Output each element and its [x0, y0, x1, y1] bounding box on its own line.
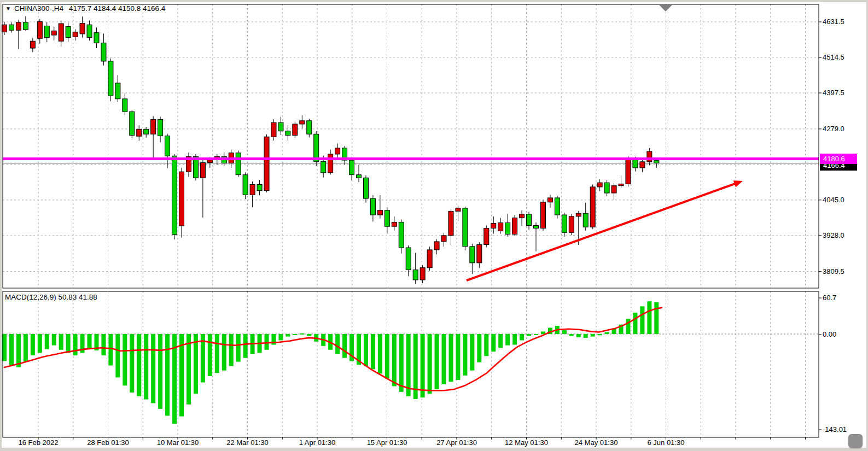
- time-axis-label: 22 Mar 01:30: [226, 438, 269, 447]
- symbol-period-label: CHINA300-,H4: [14, 4, 63, 13]
- price-axis-label: 4514.5: [823, 53, 844, 61]
- time-axis-label: 15 Apr 01:30: [367, 438, 407, 447]
- time-axis-label: 24 May 01:30: [575, 438, 618, 447]
- price-axis-label: 4279.0: [823, 125, 844, 133]
- macd-name: MACD(12,26,9): [5, 293, 56, 301]
- time-axis-label: 12 May 01:30: [505, 438, 548, 447]
- resistance-price-badge: 4180.6: [820, 154, 857, 164]
- time-axis-label: 6 Jun 01:30: [648, 438, 685, 447]
- scroll-handle[interactable]: [848, 434, 863, 448]
- time-axis-label: 28 Feb 01:30: [87, 438, 129, 447]
- chart-title: ▼CHINA300-,H44175.7 4184.4 4150.8 4166.4: [5, 4, 165, 13]
- ohlc-values: 4175.7 4184.4 4150.8 4166.4: [69, 4, 165, 13]
- time-axis-label: 27 Apr 01:30: [436, 438, 477, 447]
- price-axis-label: 4631.5: [823, 17, 844, 26]
- time-axis-label: 1 Apr 01:30: [299, 438, 336, 447]
- macd-values: 50.83 41.88: [59, 293, 97, 301]
- price-axis-label: 4045.0: [823, 196, 844, 204]
- price-axis-label: 4397.5: [823, 89, 844, 97]
- time-axis-label: 10 Mar 01:30: [157, 438, 199, 447]
- symbol-dropdown-icon[interactable]: ▼: [5, 5, 11, 11]
- trading-terminal-window: { "header": { "symbol_period": "CHINA300…: [0, 0, 868, 451]
- chart-canvas[interactable]: [0, 0, 868, 451]
- macd-axis-label: 60.7: [823, 294, 836, 302]
- macd-axis-label: -143.01: [823, 425, 847, 434]
- macd-indicator-label: MACD(12,26,9) 50.83 41.88: [5, 293, 97, 301]
- macd-axis-label: 0.00: [823, 330, 836, 338]
- time-axis-label: 16 Feb 2022: [18, 438, 58, 447]
- price-axis-label: 3809.5: [823, 267, 844, 276]
- price-axis-label: 3928.0: [823, 231, 844, 239]
